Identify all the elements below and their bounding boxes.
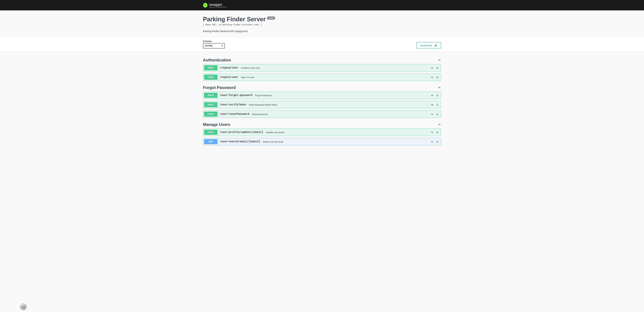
chevron-down-icon	[430, 94, 434, 97]
floating-robot-badge[interactable]: 🤖	[20, 303, 26, 310]
info-section: Parking Finder Server 1.0.3 [ Base URL: …	[0, 11, 644, 37]
chevron-down-icon	[430, 112, 434, 116]
operation-summary: Forgot Password	[255, 94, 271, 97]
api-title-text: Parking Finder Server	[203, 16, 266, 23]
lock-icon	[436, 76, 438, 79]
scheme-section: Schemes HTTPS Authorize	[0, 37, 644, 52]
operation-summary: Search user by email	[263, 140, 283, 143]
tag-header[interactable]: Forgot Password	[203, 83, 441, 92]
chevron-down-icon	[430, 131, 434, 134]
operation-summary: Sign in a user	[241, 76, 254, 79]
tag-title: Forgot Password	[203, 85, 236, 90]
lock-icon	[436, 103, 438, 106]
method-badge: POST	[204, 75, 218, 80]
chevron-up-icon	[438, 123, 441, 126]
operation-row[interactable]: POST/signin/userSign in a user	[203, 74, 441, 81]
authorize-button[interactable]: Authorize	[416, 42, 441, 49]
method-badge: POST	[204, 130, 218, 135]
chevron-down-icon	[430, 103, 434, 106]
operation-path: /user/search/email/{email}	[220, 140, 260, 143]
tag-title: Manage Users	[203, 122, 230, 127]
version-badge: 1.0.3	[267, 17, 275, 20]
authorize-button-label: Authorize	[420, 44, 432, 47]
tag-header[interactable]: Manage Users	[203, 120, 441, 129]
schemes-label: Schemes	[203, 40, 225, 43]
lock-icon	[436, 140, 438, 143]
operation-row[interactable]: GET/user/search/email/{email}Search user…	[203, 138, 441, 145]
chevron-down-icon	[430, 76, 434, 79]
robot-icon: 🤖	[22, 305, 25, 309]
operation-summary: Creates a new user	[241, 67, 260, 69]
operation-row[interactable]: POST/user/verifyTokenVerify Password Res…	[203, 101, 441, 108]
operation-row[interactable]: POST/signup/userCreates a new user	[203, 64, 441, 72]
chevron-up-icon	[438, 58, 441, 62]
lock-icon	[436, 94, 438, 97]
operation-row[interactable]: POST/user/forgot-passwordForgot Password	[203, 92, 441, 99]
operation-row[interactable]: POST/user/resetPasswordReset password	[203, 110, 441, 118]
lock-icon	[436, 113, 438, 116]
lock-icon	[434, 44, 437, 47]
chevron-down-icon	[430, 140, 434, 143]
method-badge: POST	[204, 65, 218, 70]
method-badge: POST	[204, 112, 218, 117]
operation-path: /signin/user	[220, 76, 238, 79]
operation-path: /user/forgot-password	[220, 94, 252, 97]
lock-icon	[436, 131, 438, 134]
swagger-logo[interactable]: {··} swagger supported by SMARTBEAR	[203, 3, 226, 8]
operations-section: AuthenticationPOST/signup/userCreates a …	[0, 52, 644, 154]
schemes-select[interactable]: HTTPS	[203, 43, 225, 49]
method-badge: GET	[204, 139, 218, 144]
swagger-logo-text: swagger	[209, 3, 226, 6]
operation-row[interactable]: POST/user/profile/update/{email}Update u…	[203, 129, 441, 136]
tag-header[interactable]: Authentication	[203, 55, 441, 64]
swagger-badge-icon: {··}	[203, 3, 208, 8]
operation-path: /signup/user	[220, 66, 238, 69]
operation-path: /user/verifyToken	[220, 103, 246, 106]
method-badge: POST	[204, 93, 218, 98]
api-description: Parking Finder Backend API playground	[203, 30, 441, 33]
operation-path: /user/resetPassword	[220, 113, 249, 116]
api-title: Parking Finder Server 1.0.3	[203, 16, 441, 23]
base-url: [ Base URL: s3-parking-finder.onrender.c…	[203, 24, 441, 26]
tag-title: Authentication	[203, 58, 231, 63]
operation-summary: Reset password	[252, 113, 268, 116]
operation-summary: Update user profile	[266, 131, 284, 134]
operation-path: /user/profile/update/{email}	[220, 131, 263, 134]
chevron-down-icon	[430, 66, 434, 70]
lock-icon	[436, 67, 438, 69]
method-badge: POST	[204, 102, 218, 107]
operation-summary: Verify Password Reset Token	[249, 104, 277, 106]
chevron-up-icon	[438, 86, 441, 89]
swagger-logo-sub: supported by SMARTBEAR	[209, 7, 226, 8]
topbar: {··} swagger supported by SMARTBEAR	[0, 0, 644, 11]
